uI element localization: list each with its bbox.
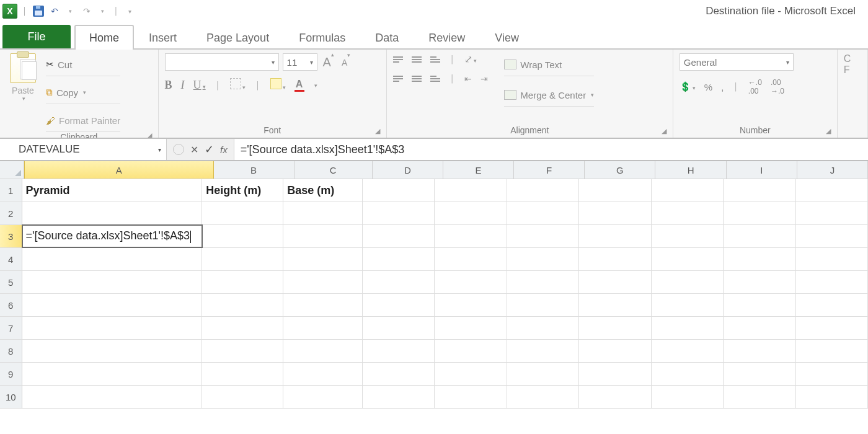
copy-dropdown-icon[interactable]: ▾ (83, 89, 86, 95)
fill-color-button[interactable]: ▾ (270, 78, 286, 92)
decrease-decimal-button[interactable]: .00→.0 (771, 78, 784, 95)
alignment-launcher-icon[interactable]: ◢ (662, 127, 666, 135)
name-box-dropdown-icon[interactable]: ▾ (158, 146, 161, 153)
cell-H9[interactable] (652, 363, 724, 385)
middle-align-button[interactable] (412, 56, 422, 63)
row-header-10[interactable]: 10 (0, 386, 22, 408)
cell-D6[interactable] (363, 294, 435, 316)
cell-C10[interactable] (283, 386, 362, 408)
cell-B7[interactable] (202, 317, 283, 339)
decrease-indent-button[interactable]: ⇤ (464, 74, 472, 84)
row-header-1[interactable]: 1 (0, 179, 22, 202)
undo-dropdown[interactable]: ▾ (64, 4, 77, 18)
cell-F10[interactable] (507, 386, 579, 408)
cell-C2[interactable] (283, 202, 362, 224)
cell-I8[interactable] (724, 340, 795, 362)
tab-view[interactable]: View (480, 25, 534, 50)
tab-insert[interactable]: Insert (134, 25, 192, 50)
cell-G3[interactable] (579, 225, 651, 247)
enter-formula-button[interactable]: ✓ (205, 143, 214, 156)
cell-J6[interactable] (796, 294, 868, 316)
col-header-J[interactable]: J (797, 161, 868, 179)
top-align-button[interactable] (393, 56, 403, 63)
cell-E8[interactable] (435, 340, 507, 362)
cell-E3[interactable] (435, 225, 507, 247)
cell-H3[interactable] (652, 225, 724, 247)
cell-J5[interactable] (796, 271, 868, 293)
cell-G9[interactable] (579, 363, 651, 385)
font-launcher-icon[interactable]: ◢ (375, 127, 380, 135)
col-header-G[interactable]: G (585, 161, 655, 179)
row-header-4[interactable]: 4 (0, 248, 22, 270)
cell-A1[interactable]: Pyramid (22, 179, 203, 202)
cell-E6[interactable] (435, 294, 507, 316)
redo-dropdown[interactable]: ▾ (97, 4, 109, 18)
name-box[interactable]: DATEVALUE ▾ (0, 139, 167, 160)
cell-J8[interactable] (796, 340, 868, 362)
cell-F5[interactable] (507, 271, 579, 293)
insert-function-button[interactable]: fx (220, 144, 228, 155)
cell-C1[interactable]: Base (m) (283, 179, 362, 202)
cell-E4[interactable] (435, 248, 507, 270)
cell-C3[interactable] (283, 225, 362, 247)
italic-button[interactable]: I (181, 79, 185, 92)
cell-D9[interactable] (363, 363, 435, 385)
row-header-7[interactable]: 7 (0, 317, 22, 339)
number-launcher-icon[interactable]: ◢ (826, 127, 831, 135)
cell-A9[interactable] (22, 363, 203, 385)
cell-I10[interactable] (724, 386, 795, 408)
cell-G4[interactable] (579, 248, 651, 270)
tab-data[interactable]: Data (360, 25, 414, 50)
cell-F6[interactable] (507, 294, 579, 316)
cell-A5[interactable] (22, 271, 203, 293)
cell-A10[interactable] (22, 386, 203, 408)
cell-H5[interactable] (652, 271, 724, 293)
cell-B4[interactable] (202, 248, 283, 270)
cell-C6[interactable] (283, 294, 362, 316)
cell-J3[interactable] (796, 225, 868, 247)
cell-G5[interactable] (579, 271, 651, 293)
cell-A8[interactable] (22, 340, 203, 362)
cut-button[interactable]: ✂ Cut (46, 53, 120, 76)
row-header-9[interactable]: 9 (0, 363, 22, 385)
col-header-E[interactable]: E (443, 161, 514, 179)
cell-E5[interactable] (435, 271, 507, 293)
paste-button[interactable]: Paste ▾ (6, 53, 40, 102)
cell-C9[interactable] (283, 363, 362, 385)
redo-button[interactable]: ↷ (81, 4, 93, 18)
increase-font-size-button[interactable]: A▴ (321, 55, 336, 69)
cell-H7[interactable] (652, 317, 724, 339)
clipboard-launcher-icon[interactable]: ◢ (147, 131, 152, 139)
format-painter-button[interactable]: 🖌 Format Painter (46, 109, 120, 132)
cell-E7[interactable] (435, 317, 507, 339)
cell-J7[interactable] (796, 317, 868, 339)
cell-B3[interactable] (202, 225, 283, 247)
cell-I4[interactable] (724, 248, 795, 270)
cell-C8[interactable] (283, 340, 362, 362)
cell-H4[interactable] (652, 248, 724, 270)
cell-C4[interactable] (283, 248, 362, 270)
tab-formulas[interactable]: Formulas (284, 25, 360, 50)
cell-B10[interactable] (202, 386, 283, 408)
merge-center-button[interactable]: Merge & Center ▾ (504, 84, 594, 107)
cell-F2[interactable] (507, 202, 579, 224)
cell-F8[interactable] (507, 340, 579, 362)
save-button[interactable] (32, 4, 45, 18)
font-color-button[interactable]: A (294, 79, 304, 92)
cell-B1[interactable]: Height (m) (202, 179, 283, 202)
col-header-B[interactable]: B (214, 161, 294, 179)
bottom-align-button[interactable] (430, 56, 440, 63)
col-header-D[interactable]: D (373, 161, 443, 179)
merge-dropdown-icon[interactable]: ▾ (591, 92, 594, 98)
align-left-button[interactable] (393, 76, 403, 82)
cell-J4[interactable] (796, 248, 868, 270)
cell-I6[interactable] (724, 294, 795, 316)
cell-E2[interactable] (435, 202, 507, 224)
row-header-3[interactable]: 3 (0, 225, 22, 247)
cell-H10[interactable] (652, 386, 724, 408)
cell-D4[interactable] (363, 248, 435, 270)
increase-indent-button[interactable]: ⇥ (480, 74, 488, 84)
cell-I2[interactable] (724, 202, 795, 224)
col-header-F[interactable]: F (514, 161, 585, 179)
file-tab[interactable]: File (2, 25, 71, 48)
